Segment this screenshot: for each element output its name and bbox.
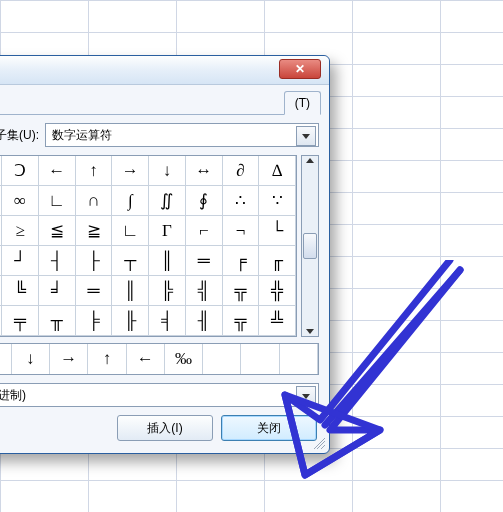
scroll-thumb[interactable] [303, 233, 317, 259]
char-cell[interactable]: ╡ [149, 306, 186, 336]
char-cell[interactable]: ╛ [39, 276, 76, 306]
char-cell[interactable]: ∩ [76, 186, 113, 216]
char-cell[interactable]: ║ [112, 276, 149, 306]
char-cell[interactable]: ═ [76, 276, 113, 306]
char-cell[interactable]: ╢ [186, 306, 223, 336]
recent-cell[interactable] [241, 344, 279, 374]
char-cell[interactable]: ≧ [76, 216, 113, 246]
char-cell[interactable]: ↔ [186, 156, 223, 186]
subset-label: 子集(U): [0, 127, 39, 144]
titlebar: ✕ [0, 56, 329, 85]
character-grid[interactable]: ⅓⅔⅛⅜⅝⅞Ɔ←↑→↓↔∂∆∏∑−∕∙√∞∟∩∫∬∮∴∵∽≈≒≠≡≤≥≦≧∟Γ⌐… [0, 155, 297, 337]
recent-cell[interactable]: ‰ [165, 344, 203, 374]
char-cell[interactable]: ← [39, 156, 76, 186]
char-cell[interactable]: ¬ [223, 216, 260, 246]
char-cell[interactable]: ∮ [186, 186, 223, 216]
chevron-down-icon [296, 386, 316, 406]
char-cell[interactable]: ╦ [223, 276, 260, 306]
char-cell[interactable]: ∫ [112, 186, 149, 216]
char-cell[interactable]: ╓ [259, 246, 296, 276]
tab-strip: (T) [0, 90, 321, 115]
tab-special[interactable]: (T) [284, 91, 321, 115]
char-cell[interactable]: ═ [186, 246, 223, 276]
char-cell[interactable]: ╞ [76, 306, 113, 336]
char-cell[interactable]: ├ [76, 246, 113, 276]
char-cell[interactable]: ∟ [112, 216, 149, 246]
insert-button-label: 插入(I) [147, 420, 182, 437]
insert-button[interactable]: 插入(I) [117, 415, 213, 441]
recent-cell[interactable] [203, 344, 241, 374]
char-cell[interactable]: ║ [149, 246, 186, 276]
char-cell[interactable]: ╠ [149, 276, 186, 306]
char-cell[interactable]: ∆ [259, 156, 296, 186]
close-button[interactable]: 关闭 [221, 415, 317, 441]
close-icon: ✕ [295, 63, 305, 75]
char-cell[interactable]: ∟ [39, 186, 76, 216]
subset-value: 数字运算符 [52, 127, 112, 144]
char-cell[interactable]: └ [259, 216, 296, 246]
char-cell[interactable]: ∂ [223, 156, 260, 186]
char-cell[interactable]: ╤ [2, 306, 39, 336]
char-cell[interactable]: ∴ [223, 186, 260, 216]
char-cell[interactable]: ≦ [39, 216, 76, 246]
char-cell[interactable]: ╒ [223, 246, 260, 276]
char-cell[interactable]: ↓ [149, 156, 186, 186]
char-cell[interactable]: ╚ [2, 276, 39, 306]
recent-cell[interactable]: ← [127, 344, 165, 374]
char-cell[interactable]: Ɔ [2, 156, 39, 186]
char-cell[interactable]: ∬ [149, 186, 186, 216]
char-cell[interactable]: ╣ [186, 276, 223, 306]
char-cell[interactable]: ∵ [259, 186, 296, 216]
char-cell[interactable]: ╟ [112, 306, 149, 336]
scroll-down-icon [306, 329, 314, 334]
char-cell[interactable]: ╩ [259, 306, 296, 336]
recent-cell[interactable]: ↑ [88, 344, 126, 374]
char-cell[interactable]: ≥ [2, 216, 39, 246]
recent-cell[interactable]: → [50, 344, 88, 374]
char-cell[interactable]: → [112, 156, 149, 186]
char-cell[interactable]: ┘ [2, 246, 39, 276]
char-cell[interactable]: ╦ [223, 306, 260, 336]
recent-cell[interactable] [280, 344, 318, 374]
subset-combo[interactable]: 数字运算符 [45, 123, 319, 147]
recent-cell[interactable]: ↓ [12, 344, 50, 374]
char-cell[interactable]: ╥ [39, 306, 76, 336]
char-cell[interactable]: ┤ [39, 246, 76, 276]
tab-label: (T) [295, 96, 310, 110]
chevron-down-icon [296, 126, 316, 146]
char-cell[interactable]: ∞ [2, 186, 39, 216]
close-window-button[interactable]: ✕ [279, 59, 321, 79]
recent-grid[interactable]: ①②③№√×↓→↑←‰ [0, 343, 319, 375]
vertical-scrollbar[interactable] [301, 155, 319, 337]
char-cell[interactable]: Γ [149, 216, 186, 246]
from-value: Unicode(十六进制) [0, 387, 26, 404]
char-cell[interactable]: ↑ [76, 156, 113, 186]
symbol-dialog: ✕ (T) 子集(U): 数字运算符 ⅓⅔⅛⅜⅝⅞Ɔ←↑→↓↔∂∆∏∑−∕∙√∞… [0, 55, 330, 454]
from-combo[interactable]: Unicode(十六进制) [0, 383, 319, 407]
char-cell[interactable]: ⌐ [186, 216, 223, 246]
char-cell[interactable]: ╬ [259, 276, 296, 306]
close-button-label: 关闭 [257, 420, 281, 437]
scroll-up-icon [306, 158, 314, 163]
resize-grip[interactable] [313, 437, 325, 449]
char-cell[interactable]: ┬ [112, 246, 149, 276]
recent-cell[interactable]: × [0, 344, 12, 374]
